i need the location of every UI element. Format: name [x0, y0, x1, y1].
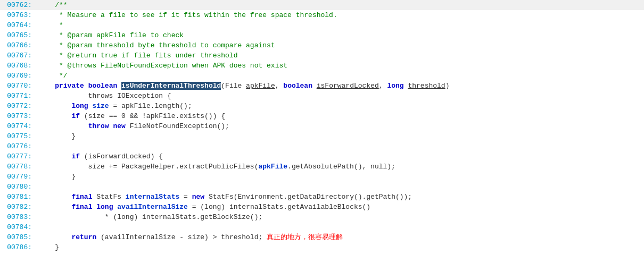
- code-line: 00785: return (availInternalSize - size)…: [0, 232, 644, 242]
- line-content: size += PackageHelper.extractPublicFiles…: [36, 162, 644, 172]
- line-number: 00784:: [0, 222, 36, 232]
- line-content: }: [36, 172, 644, 182]
- line-number: 00768:: [0, 61, 36, 71]
- line-content: * @return true if file fits under thresh…: [36, 50, 644, 61]
- line-content: final StatFs internalStats = new StatFs(…: [36, 192, 644, 202]
- line-content: * @throws FileNotFoundException when APK…: [36, 61, 644, 71]
- line-number: 00770:: [0, 81, 36, 91]
- line-number: 00772:: [0, 101, 36, 111]
- line-content: *: [36, 20, 644, 30]
- line-number: 00767:: [0, 50, 36, 61]
- code-line: 00769: */: [0, 71, 644, 81]
- line-number: 00763:: [0, 10, 36, 20]
- line-number: 00780:: [0, 182, 36, 192]
- code-line: 00768: * @throws FileNotFoundException w…: [0, 61, 644, 71]
- code-line: 00777: if (isForwardLocked) {: [0, 151, 644, 162]
- code-line: 00764: *: [0, 20, 644, 30]
- line-content: return (availInternalSize - size) > thre…: [36, 232, 644, 242]
- line-content: * @param apkFile file to check: [36, 30, 644, 40]
- code-line: 00778: size += PackageHelper.extractPubl…: [0, 162, 644, 172]
- line-number: 00777:: [0, 151, 36, 162]
- code-line: 00781: final StatFs internalStats = new …: [0, 192, 644, 202]
- line-number: 00771:: [0, 91, 36, 101]
- line-number: 00766:: [0, 40, 36, 50]
- line-number: 00786:: [0, 242, 36, 252]
- line-content: * (long) internalStats.getBlockSize();: [36, 212, 644, 222]
- line-content: throws IOException {: [36, 91, 644, 101]
- line-number: 00775:: [0, 131, 36, 141]
- code-line: 00786: }: [0, 242, 644, 252]
- line-content: throw new FileNotFoundException();: [36, 121, 644, 131]
- code-line: 00772: long size = apkFile.length();: [0, 101, 644, 111]
- line-number: 00769:: [0, 71, 36, 81]
- line-content: }: [36, 242, 644, 252]
- line-number: 00781:: [0, 192, 36, 202]
- code-line: 00782: final long availInternalSize = (l…: [0, 202, 644, 212]
- line-number: 00764:: [0, 20, 36, 30]
- line-number: 00779:: [0, 172, 36, 182]
- line-content: if (isForwardLocked) {: [36, 151, 644, 162]
- code-line: 00773: if (size == 0 && !apkFile.exists(…: [0, 111, 644, 121]
- line-content: * Measure a file to see if it fits withi…: [36, 10, 644, 20]
- code-line: 00780:: [0, 182, 644, 192]
- code-line: 00783: * (long) internalStats.getBlockSi…: [0, 212, 644, 222]
- code-line: 00762: /**: [0, 0, 644, 10]
- line-content: if (size == 0 && !apkFile.exists()) {: [36, 111, 644, 121]
- line-number: 00773:: [0, 111, 36, 121]
- code-line: 00779: }: [0, 172, 644, 182]
- code-editor: 00762: /**00763: * Measure a file to see…: [0, 0, 644, 271]
- line-content: final long availInternalSize = (long) in…: [36, 202, 644, 212]
- line-number: 00785:: [0, 232, 36, 242]
- code-line: 00775: }: [0, 131, 644, 141]
- code-line: 00763: * Measure a file to see if it fit…: [0, 10, 644, 20]
- code-line: 00784:: [0, 222, 644, 232]
- line-number: 00783:: [0, 212, 36, 222]
- code-line: 00766: * @param threshold byte threshold…: [0, 40, 644, 50]
- line-content: */: [36, 71, 644, 81]
- line-number: 00762:: [0, 0, 36, 10]
- line-content: private boolean isUnderInternalThreshold…: [36, 81, 644, 91]
- code-line: 00770: private boolean isUnderInternalTh…: [0, 81, 644, 91]
- code-line: 00765: * @param apkFile file to check: [0, 30, 644, 40]
- line-number: 00776:: [0, 141, 36, 151]
- line-content: /**: [36, 0, 644, 10]
- line-number: 00774:: [0, 121, 36, 131]
- line-number: 00765:: [0, 30, 36, 40]
- line-number: 00782:: [0, 202, 36, 212]
- line-content: long size = apkFile.length();: [36, 101, 644, 111]
- line-content: * @param threshold byte threshold to com…: [36, 40, 644, 50]
- code-line: 00774: throw new FileNotFoundException()…: [0, 121, 644, 131]
- code-line: 00776:: [0, 141, 644, 151]
- line-content: }: [36, 131, 644, 141]
- code-line: 00771: throws IOException {: [0, 91, 644, 101]
- line-number: 00778:: [0, 162, 36, 172]
- code-line: 00767: * @return true if file fits under…: [0, 50, 644, 61]
